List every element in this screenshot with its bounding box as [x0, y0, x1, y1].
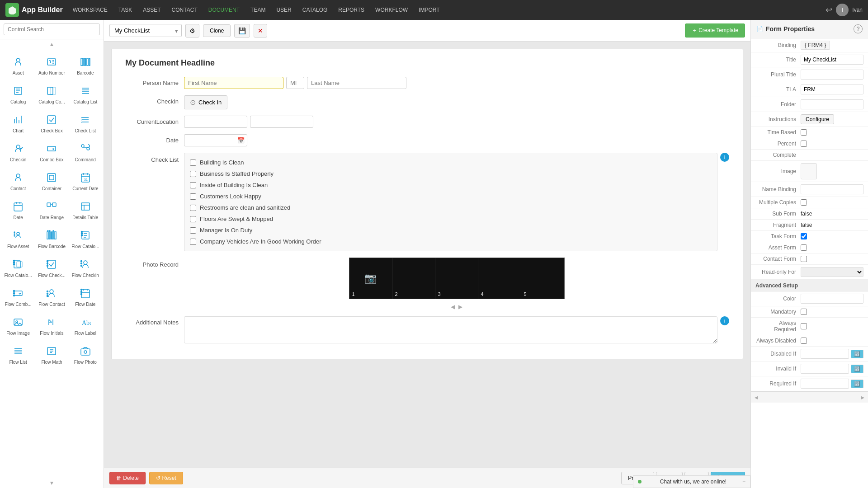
nav-workflow[interactable]: WORKFLOW	[371, 5, 412, 15]
control-flowcontact[interactable]: Flow Contact	[35, 282, 68, 310]
control-checklist[interactable]: Check List	[69, 109, 102, 137]
nav-task[interactable]: TASK	[114, 5, 137, 15]
control-currentdate[interactable]: 31 Current Date	[69, 167, 102, 195]
nav-import[interactable]: IMPORT	[414, 5, 444, 15]
photo-scroll-right[interactable]: ▶	[458, 304, 462, 310]
prop-disabledif-input[interactable]	[801, 349, 849, 359]
control-flowlist[interactable]: Flow List	[2, 340, 34, 368]
configure-btn[interactable]: Configure	[801, 114, 834, 124]
photo-cell-1[interactable]: 📷 1	[349, 258, 392, 299]
control-checkin[interactable]: Checkin	[2, 138, 34, 166]
nav-asset[interactable]: ASSET	[138, 5, 165, 15]
control-autonumber[interactable]: Auto Number	[35, 51, 68, 79]
mi-input[interactable]	[286, 77, 304, 89]
prop-assetform-check[interactable]	[801, 244, 807, 251]
check-item-4-box[interactable]	[190, 193, 196, 200]
control-flowcatalog[interactable]: Flow Catalo...	[69, 225, 102, 253]
prop-image-box[interactable]	[801, 163, 817, 179]
control-barcode[interactable]: Barcode	[69, 51, 102, 79]
resize-right-btn[interactable]: ▸	[861, 394, 864, 401]
check-item-1-box[interactable]	[190, 160, 196, 166]
prop-contactform-check[interactable]	[801, 256, 807, 262]
nav-team[interactable]: TEAM	[246, 5, 270, 15]
first-name-input[interactable]	[184, 77, 283, 89]
search-input[interactable]	[4, 23, 100, 35]
prop-multiplecopies-check[interactable]	[801, 199, 807, 206]
settings-btn[interactable]: ⚙	[185, 24, 199, 38]
control-asset[interactable]: Asset	[2, 51, 34, 79]
prop-readonly-select[interactable]	[801, 267, 863, 277]
prop-color-input[interactable]	[801, 294, 863, 304]
control-flowphoto[interactable]: Flow Photo	[69, 340, 102, 368]
clone-btn[interactable]: Clone	[203, 24, 231, 37]
notes-info-icon[interactable]: i	[720, 316, 729, 325]
control-chart[interactable]: Chart	[2, 109, 34, 137]
user-avatar[interactable]: I	[836, 4, 849, 16]
back-icon[interactable]: ↩	[826, 5, 832, 15]
prop-mandatory-check[interactable]	[801, 309, 807, 315]
create-template-btn[interactable]: ＋ Create Template	[685, 23, 745, 38]
prop-invalidif-input[interactable]	[801, 364, 849, 374]
reset-btn[interactable]: ↺ Reset	[149, 472, 183, 484]
invalidif-calc-btn[interactable]: 🔢	[851, 365, 863, 373]
photo-scroll-left[interactable]: ◀	[451, 304, 455, 310]
control-detailstable[interactable]: Details Table	[69, 196, 102, 224]
nav-contact[interactable]: CONTACT	[167, 5, 202, 15]
last-name-input[interactable]	[307, 77, 406, 89]
prop-alwaysrequired-check[interactable]	[801, 323, 807, 329]
prop-alwaysdisabled-check[interactable]	[801, 338, 807, 344]
photo-cell-2[interactable]: 2	[392, 258, 435, 299]
control-combobox[interactable]: Combo Box	[35, 138, 68, 166]
photo-cell-4[interactable]: 4	[478, 258, 521, 299]
nav-document[interactable]: DOCUMENT	[204, 5, 244, 15]
checklist-info-icon[interactable]: i	[720, 153, 729, 162]
photo-cell-5[interactable]: 5	[521, 258, 564, 299]
control-flowcatalog2[interactable]: Flow Catalo...	[2, 253, 34, 282]
control-cataloglist[interactable]: Catalog List	[69, 80, 102, 108]
save-icon-btn[interactable]: 💾	[234, 24, 250, 38]
control-date[interactable]: Date	[2, 196, 34, 224]
nav-user[interactable]: USER	[272, 5, 296, 15]
nav-catalog[interactable]: CATALOG	[298, 5, 332, 15]
requiredif-calc-btn[interactable]: 🔢	[851, 380, 863, 388]
resize-left-btn[interactable]: ◂	[755, 394, 758, 401]
disabledif-calc-btn[interactable]: 🔢	[851, 350, 863, 358]
control-checkbox[interactable]: Check Box	[35, 109, 68, 137]
check-item-5-box[interactable]	[190, 205, 196, 211]
check-item-2-box[interactable]	[190, 171, 196, 177]
control-flowcomb[interactable]: Flow Comb...	[2, 282, 34, 310]
prop-taskform-check[interactable]	[801, 233, 807, 239]
scroll-down-btn[interactable]: ▼	[0, 478, 104, 488]
check-item-6-box[interactable]	[190, 216, 196, 222]
control-flowbarcode[interactable]: Flow Barcode	[35, 225, 68, 253]
calendar-icon[interactable]: 📅	[237, 137, 245, 144]
prop-percent-check[interactable]	[801, 141, 807, 147]
location-input1[interactable]	[184, 116, 247, 128]
scroll-up-btn[interactable]: ▲	[0, 39, 104, 49]
prop-requiredif-input[interactable]	[801, 379, 849, 389]
control-flowcheck[interactable]: Flow Check...	[35, 253, 68, 282]
prop-namebinding-input[interactable]	[801, 184, 863, 194]
control-flowimage[interactable]: Flow Image	[2, 311, 34, 339]
checkin-btn[interactable]: ⊙ Check In	[184, 95, 227, 109]
check-item-7-box[interactable]	[190, 227, 196, 234]
notes-textarea[interactable]	[184, 316, 717, 343]
control-catalogco[interactable]: Catalog Co...	[35, 80, 68, 108]
form-selector[interactable]: My CheckList	[109, 24, 182, 37]
control-command[interactable]: Command	[69, 138, 102, 166]
control-contact[interactable]: Contact	[2, 167, 34, 195]
chat-minimize-btn[interactable]: −	[742, 479, 745, 485]
control-container[interactable]: Container	[35, 167, 68, 195]
prop-timebased-check[interactable]	[801, 129, 807, 136]
nav-workspace[interactable]: WORKSPACE	[68, 5, 112, 15]
prop-title-input[interactable]	[801, 55, 863, 65]
control-flowcheckin[interactable]: Flow Checkin	[69, 253, 102, 282]
control-flowdate[interactable]: Flow Date	[69, 282, 102, 310]
nav-reports[interactable]: REPORTS	[334, 5, 369, 15]
check-item-3-box[interactable]	[190, 182, 196, 188]
control-flowlabel[interactable]: Abc Flow Label	[69, 311, 102, 339]
control-flowmath[interactable]: Flow Math	[35, 340, 68, 368]
photo-cell-3[interactable]: 3	[435, 258, 478, 299]
delete-btn[interactable]: 🗑 Delete	[109, 472, 146, 484]
location-input2[interactable]	[250, 116, 313, 128]
